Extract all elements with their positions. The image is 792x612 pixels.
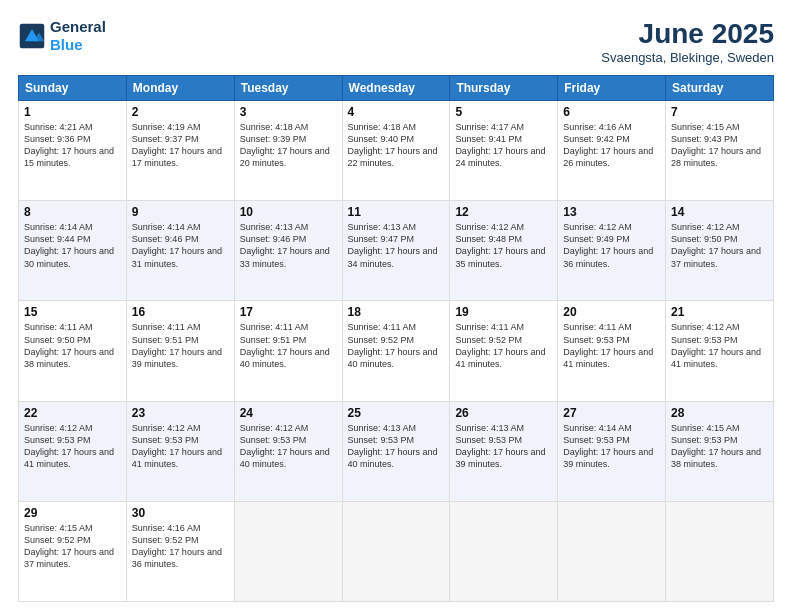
cell-info: Sunrise: 4:13 AMSunset: 9:53 PMDaylight:… — [348, 423, 438, 469]
cell-info: Sunrise: 4:15 AMSunset: 9:52 PMDaylight:… — [24, 523, 114, 569]
day-number: 5 — [455, 105, 552, 119]
day-number: 16 — [132, 305, 229, 319]
cell-info: Sunrise: 4:12 AMSunset: 9:53 PMDaylight:… — [24, 423, 114, 469]
day-number: 29 — [24, 506, 121, 520]
day-header-friday: Friday — [558, 76, 666, 101]
cell-info: Sunrise: 4:19 AMSunset: 9:37 PMDaylight:… — [132, 122, 222, 168]
day-number: 27 — [563, 406, 660, 420]
cell-info: Sunrise: 4:17 AMSunset: 9:41 PMDaylight:… — [455, 122, 545, 168]
calendar-cell: 10 Sunrise: 4:13 AMSunset: 9:46 PMDaylig… — [234, 201, 342, 301]
calendar-cell: 6 Sunrise: 4:16 AMSunset: 9:42 PMDayligh… — [558, 101, 666, 201]
cell-info: Sunrise: 4:11 AMSunset: 9:53 PMDaylight:… — [563, 322, 653, 368]
day-header-monday: Monday — [126, 76, 234, 101]
calendar-cell: 16 Sunrise: 4:11 AMSunset: 9:51 PMDaylig… — [126, 301, 234, 401]
title-block: June 2025 Svaengsta, Blekinge, Sweden — [601, 18, 774, 65]
cell-info: Sunrise: 4:12 AMSunset: 9:50 PMDaylight:… — [671, 222, 761, 268]
calendar-cell: 18 Sunrise: 4:11 AMSunset: 9:52 PMDaylig… — [342, 301, 450, 401]
day-number: 10 — [240, 205, 337, 219]
cell-info: Sunrise: 4:18 AMSunset: 9:40 PMDaylight:… — [348, 122, 438, 168]
cell-info: Sunrise: 4:11 AMSunset: 9:51 PMDaylight:… — [132, 322, 222, 368]
cell-info: Sunrise: 4:18 AMSunset: 9:39 PMDaylight:… — [240, 122, 330, 168]
cell-info: Sunrise: 4:16 AMSunset: 9:52 PMDaylight:… — [132, 523, 222, 569]
cell-info: Sunrise: 4:11 AMSunset: 9:50 PMDaylight:… — [24, 322, 114, 368]
page: General Blue June 2025 Svaengsta, Blekin… — [0, 0, 792, 612]
calendar-table: SundayMondayTuesdayWednesdayThursdayFrid… — [18, 75, 774, 602]
calendar-cell — [558, 501, 666, 601]
day-header-sunday: Sunday — [19, 76, 127, 101]
calendar-cell: 11 Sunrise: 4:13 AMSunset: 9:47 PMDaylig… — [342, 201, 450, 301]
cell-info: Sunrise: 4:12 AMSunset: 9:53 PMDaylight:… — [132, 423, 222, 469]
calendar-week-row: 29 Sunrise: 4:15 AMSunset: 9:52 PMDaylig… — [19, 501, 774, 601]
calendar-cell: 19 Sunrise: 4:11 AMSunset: 9:52 PMDaylig… — [450, 301, 558, 401]
calendar-cell: 8 Sunrise: 4:14 AMSunset: 9:44 PMDayligh… — [19, 201, 127, 301]
day-number: 14 — [671, 205, 768, 219]
calendar-cell: 7 Sunrise: 4:15 AMSunset: 9:43 PMDayligh… — [666, 101, 774, 201]
location: Svaengsta, Blekinge, Sweden — [601, 50, 774, 65]
logo-line1: General — [50, 18, 106, 36]
calendar-cell — [234, 501, 342, 601]
calendar-cell: 17 Sunrise: 4:11 AMSunset: 9:51 PMDaylig… — [234, 301, 342, 401]
day-number: 25 — [348, 406, 445, 420]
calendar-cell: 25 Sunrise: 4:13 AMSunset: 9:53 PMDaylig… — [342, 401, 450, 501]
day-number: 24 — [240, 406, 337, 420]
cell-info: Sunrise: 4:11 AMSunset: 9:51 PMDaylight:… — [240, 322, 330, 368]
cell-info: Sunrise: 4:14 AMSunset: 9:46 PMDaylight:… — [132, 222, 222, 268]
calendar-cell: 30 Sunrise: 4:16 AMSunset: 9:52 PMDaylig… — [126, 501, 234, 601]
calendar-cell — [450, 501, 558, 601]
cell-info: Sunrise: 4:13 AMSunset: 9:46 PMDaylight:… — [240, 222, 330, 268]
day-number: 19 — [455, 305, 552, 319]
calendar-week-row: 1 Sunrise: 4:21 AMSunset: 9:36 PMDayligh… — [19, 101, 774, 201]
day-number: 17 — [240, 305, 337, 319]
day-header-thursday: Thursday — [450, 76, 558, 101]
cell-info: Sunrise: 4:16 AMSunset: 9:42 PMDaylight:… — [563, 122, 653, 168]
calendar-cell: 14 Sunrise: 4:12 AMSunset: 9:50 PMDaylig… — [666, 201, 774, 301]
cell-info: Sunrise: 4:12 AMSunset: 9:49 PMDaylight:… — [563, 222, 653, 268]
calendar-cell — [666, 501, 774, 601]
cell-info: Sunrise: 4:14 AMSunset: 9:53 PMDaylight:… — [563, 423, 653, 469]
day-number: 8 — [24, 205, 121, 219]
cell-info: Sunrise: 4:12 AMSunset: 9:53 PMDaylight:… — [240, 423, 330, 469]
day-number: 7 — [671, 105, 768, 119]
day-number: 6 — [563, 105, 660, 119]
calendar-cell — [342, 501, 450, 601]
calendar-cell: 12 Sunrise: 4:12 AMSunset: 9:48 PMDaylig… — [450, 201, 558, 301]
logo-icon — [18, 22, 46, 50]
logo-line2: Blue — [50, 36, 83, 53]
logo-text: General Blue — [50, 18, 106, 54]
cell-info: Sunrise: 4:15 AMSunset: 9:43 PMDaylight:… — [671, 122, 761, 168]
calendar-week-row: 15 Sunrise: 4:11 AMSunset: 9:50 PMDaylig… — [19, 301, 774, 401]
calendar-header-row: SundayMondayTuesdayWednesdayThursdayFrid… — [19, 76, 774, 101]
calendar-cell: 15 Sunrise: 4:11 AMSunset: 9:50 PMDaylig… — [19, 301, 127, 401]
cell-info: Sunrise: 4:11 AMSunset: 9:52 PMDaylight:… — [348, 322, 438, 368]
day-header-wednesday: Wednesday — [342, 76, 450, 101]
cell-info: Sunrise: 4:13 AMSunset: 9:53 PMDaylight:… — [455, 423, 545, 469]
calendar-cell: 3 Sunrise: 4:18 AMSunset: 9:39 PMDayligh… — [234, 101, 342, 201]
day-number: 11 — [348, 205, 445, 219]
day-number: 22 — [24, 406, 121, 420]
logo: General Blue — [18, 18, 106, 54]
calendar-cell: 24 Sunrise: 4:12 AMSunset: 9:53 PMDaylig… — [234, 401, 342, 501]
calendar-cell: 20 Sunrise: 4:11 AMSunset: 9:53 PMDaylig… — [558, 301, 666, 401]
calendar-cell: 23 Sunrise: 4:12 AMSunset: 9:53 PMDaylig… — [126, 401, 234, 501]
calendar-cell: 4 Sunrise: 4:18 AMSunset: 9:40 PMDayligh… — [342, 101, 450, 201]
day-number: 12 — [455, 205, 552, 219]
calendar-cell: 1 Sunrise: 4:21 AMSunset: 9:36 PMDayligh… — [19, 101, 127, 201]
day-number: 15 — [24, 305, 121, 319]
calendar-cell: 28 Sunrise: 4:15 AMSunset: 9:53 PMDaylig… — [666, 401, 774, 501]
day-number: 3 — [240, 105, 337, 119]
calendar-cell: 21 Sunrise: 4:12 AMSunset: 9:53 PMDaylig… — [666, 301, 774, 401]
calendar-week-row: 8 Sunrise: 4:14 AMSunset: 9:44 PMDayligh… — [19, 201, 774, 301]
day-number: 9 — [132, 205, 229, 219]
day-number: 30 — [132, 506, 229, 520]
calendar-cell: 2 Sunrise: 4:19 AMSunset: 9:37 PMDayligh… — [126, 101, 234, 201]
cell-info: Sunrise: 4:12 AMSunset: 9:48 PMDaylight:… — [455, 222, 545, 268]
calendar-cell: 22 Sunrise: 4:12 AMSunset: 9:53 PMDaylig… — [19, 401, 127, 501]
day-number: 1 — [24, 105, 121, 119]
month-title: June 2025 — [601, 18, 774, 50]
calendar-cell: 9 Sunrise: 4:14 AMSunset: 9:46 PMDayligh… — [126, 201, 234, 301]
day-number: 20 — [563, 305, 660, 319]
day-number: 23 — [132, 406, 229, 420]
cell-info: Sunrise: 4:11 AMSunset: 9:52 PMDaylight:… — [455, 322, 545, 368]
day-number: 2 — [132, 105, 229, 119]
cell-info: Sunrise: 4:15 AMSunset: 9:53 PMDaylight:… — [671, 423, 761, 469]
